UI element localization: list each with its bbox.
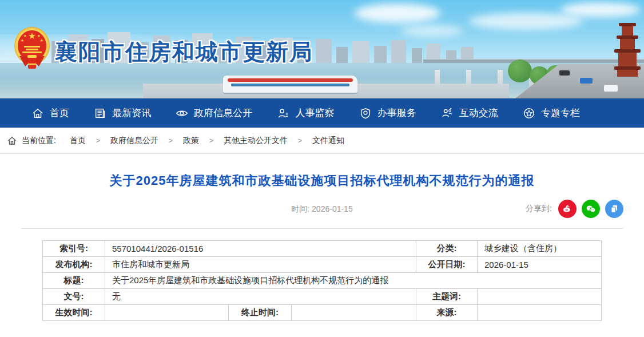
svg-text:★: ★: [40, 38, 43, 42]
keywords-value: [478, 289, 602, 305]
article-title: 关于2025年房屋建筑和市政基础设施项目招标代理机构不规范行为的通报: [0, 172, 644, 189]
share-box: 分享到:: [526, 200, 623, 218]
index-number-value: 557010441/2026-01516: [105, 241, 416, 257]
svg-text:★: ★: [28, 31, 35, 41]
issuing-agency-label: 发布机构:: [42, 257, 105, 273]
breadcrumb-separator: >: [169, 137, 173, 145]
time-value: 2026-01-15: [312, 204, 353, 213]
cloud: [469, 13, 583, 30]
table-row: 标题: 关于2025年房屋建筑和市政基础设施项目招标代理机构不规范行为的通报: [42, 273, 601, 289]
svg-text:★: ★: [21, 38, 24, 42]
table-row: 发布机构: 市住房和城市更新局 公开日期: 2026-01-15: [42, 257, 601, 273]
svg-text:★: ★: [37, 34, 41, 38]
nav-item-news[interactable]: 最新资讯: [94, 106, 151, 120]
pagoda: [614, 22, 641, 77]
share-label: 分享到:: [526, 204, 552, 214]
breadcrumb: 当前位置: 首页 > 政府信息公开 > 政策 > 其他主动公开文件 > 文件通知: [0, 128, 644, 154]
breadcrumb-link-info-disclosure[interactable]: 政府信息公开: [110, 136, 158, 146]
category-label: 分类:: [416, 241, 478, 257]
car: [604, 85, 618, 92]
doc-number-label: 文号:: [42, 289, 105, 305]
home-icon: [7, 136, 17, 146]
weibo-icon: [562, 203, 573, 215]
nav-item-interaction[interactable]: 互动交流: [441, 106, 498, 120]
category-value: 城乡建设（含住房）: [478, 241, 602, 257]
source-value: [478, 305, 602, 321]
site-banner: ★ ★ ★ ★ ★ 襄阳市住房和城市更新局: [0, 0, 644, 98]
wechat-share-button[interactable]: [582, 200, 600, 218]
breadcrumb-link-file-notice[interactable]: 文件通知: [312, 136, 344, 146]
home-icon: [31, 107, 44, 120]
breadcrumb-prefix: 当前位置:: [22, 136, 56, 146]
index-number-label: 索引号:: [42, 241, 105, 257]
table-row: 生效时间: 终止时间: 来源:: [42, 305, 601, 321]
people-chat-icon: [441, 107, 454, 120]
eye-icon: [176, 107, 188, 120]
doc-title-label: 标题:: [42, 273, 105, 289]
table-row: 文号: 无 主题词:: [42, 289, 601, 305]
site-title: 襄阳市住房和城市更新局: [55, 37, 313, 68]
table-row: 索引号: 557010441/2026-01516 分类: 城乡建设（含住房）: [42, 241, 601, 257]
expiry-date-label: 终止时间:: [228, 305, 291, 321]
star-circle-icon: [523, 107, 535, 120]
nav-item-label: 政府信息公开: [194, 106, 252, 120]
nav-item-label: 最新资讯: [112, 106, 151, 120]
tree: [508, 60, 532, 82]
time-label: 时间:: [291, 204, 309, 213]
effective-date-label: 生效时间:: [42, 305, 105, 321]
nav-item-label: 首页: [50, 106, 69, 120]
svg-text:★: ★: [23, 34, 27, 38]
cloud: [355, 3, 440, 23]
pier-column: [466, 70, 471, 92]
title-divider: [21, 228, 623, 229]
effective-date-value: [105, 305, 228, 321]
breadcrumb-separator: >: [96, 137, 100, 145]
keywords-label: 主题词:: [416, 289, 478, 305]
weibo-share-button[interactable]: [558, 200, 577, 218]
breadcrumb-separator: >: [298, 137, 302, 145]
nav-item-services[interactable]: 办事服务: [359, 106, 416, 120]
source-label: 来源:: [416, 305, 478, 321]
nav-item-label: 办事服务: [377, 106, 416, 120]
nav-item-label: 互动交流: [459, 106, 498, 120]
wechat-icon: [585, 203, 597, 215]
nav-item-personnel[interactable]: 人事监察: [277, 106, 334, 120]
car: [580, 78, 593, 84]
nav-item-special-columns[interactable]: 专题专栏: [523, 106, 580, 120]
doc-title-value: 关于2025年房屋建筑和市政基础设施项目招标代理机构不规范行为的通报: [105, 273, 601, 289]
ferry-boat: [223, 76, 357, 93]
copy-link-icon: [609, 203, 620, 215]
issuing-agency-value: 市住房和城市更新局: [105, 257, 416, 273]
pier-column: [498, 70, 503, 92]
publish-date-label: 公开日期:: [416, 257, 478, 273]
main-navbar: 首页 最新资讯 政府信息公开 人事监察 办事服务 互动交流 专题专栏: [0, 98, 644, 128]
shield-icon: [359, 107, 372, 120]
article-content: 关于2025年房屋建筑和市政基础设施项目招标代理机构不规范行为的通报 时间: 2…: [0, 172, 644, 321]
news-icon: [94, 107, 106, 120]
breadcrumb-link-other-public-docs[interactable]: 其他主动公开文件: [224, 136, 288, 146]
doc-number-value: 无: [105, 289, 416, 305]
pier-column: [435, 70, 440, 92]
breadcrumb-link-policy[interactable]: 政策: [183, 136, 199, 146]
expiry-date-value: [291, 305, 416, 321]
national-emblem-icon: ★ ★ ★ ★ ★: [14, 26, 50, 72]
bridge: [423, 59, 644, 63]
cloud: [560, 2, 641, 17]
breadcrumb-separator: >: [209, 137, 213, 145]
car: [559, 70, 570, 76]
publish-date-value: 2026-01-15: [478, 257, 602, 273]
nav-item-label: 人事监察: [295, 106, 334, 120]
document-info-table: 索引号: 557010441/2026-01516 分类: 城乡建设（含住房） …: [42, 240, 602, 321]
person-icon: [277, 107, 289, 120]
article-meta-row: 时间: 2026-01-15 分享到:: [0, 199, 644, 221]
nav-item-info-disclosure[interactable]: 政府信息公开: [176, 106, 252, 120]
nav-item-home[interactable]: 首页: [31, 106, 69, 120]
breadcrumb-link-home[interactable]: 首页: [70, 136, 86, 146]
copy-link-share-button[interactable]: [605, 200, 623, 218]
nav-item-label: 专题专栏: [541, 106, 580, 120]
